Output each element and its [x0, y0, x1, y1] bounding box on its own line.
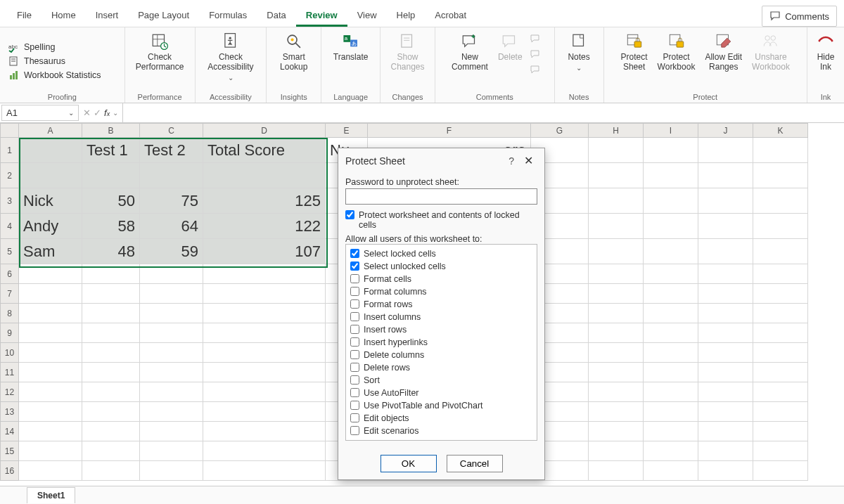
- cell-I13[interactable]: [644, 402, 698, 422]
- cell-A12[interactable]: [19, 382, 82, 402]
- smart-lookup-button[interactable]: Smart Lookup: [277, 30, 310, 74]
- cell-J15[interactable]: [698, 441, 753, 461]
- chevron-down-icon[interactable]: ⌄: [68, 109, 74, 117]
- cell-D13[interactable]: [203, 402, 326, 422]
- perm-checkbox[interactable]: [350, 413, 359, 422]
- tab-help[interactable]: Help: [387, 6, 426, 27]
- perm-insert-rows[interactable]: Insert rows: [350, 323, 532, 336]
- perm-format-columns[interactable]: Format columns: [350, 285, 532, 298]
- cell-C9[interactable]: [140, 323, 203, 343]
- cell-H8[interactable]: [589, 304, 644, 323]
- next-comment-icon[interactable]: [530, 49, 541, 60]
- perm-insert-columns[interactable]: Insert columns: [350, 311, 532, 323]
- tab-data[interactable]: Data: [257, 6, 295, 27]
- cell-B6[interactable]: [82, 264, 140, 284]
- protect-contents-checkbox[interactable]: Protect worksheet and contents of locked…: [345, 209, 537, 231]
- cell-A3[interactable]: Nick: [19, 188, 82, 214]
- protect-sheet-button[interactable]: Protect Sheet: [618, 30, 651, 74]
- perm-delete-columns[interactable]: Delete columns: [350, 349, 532, 361]
- cell-A5[interactable]: Sam: [19, 239, 82, 264]
- cell-B1[interactable]: Test 1: [82, 138, 140, 163]
- cell-C15[interactable]: [140, 441, 203, 461]
- hide-ink-button[interactable]: Hide Ink: [813, 30, 838, 74]
- cell-C8[interactable]: [140, 304, 203, 323]
- cell-I9[interactable]: [644, 323, 698, 343]
- cell-D7[interactable]: [203, 284, 326, 304]
- dialog-close-button[interactable]: ✕: [520, 154, 537, 167]
- cell-K9[interactable]: [753, 323, 808, 343]
- cell-K2[interactable]: [753, 163, 808, 188]
- tab-acrobat[interactable]: Acrobat: [425, 6, 476, 27]
- name-box[interactable]: A1 ⌄: [1, 105, 79, 121]
- cell-H4[interactable]: [589, 214, 644, 239]
- dialog-help-button[interactable]: ?: [503, 155, 520, 167]
- cell-A10[interactable]: [19, 343, 82, 363]
- cell-C4[interactable]: 64: [140, 214, 203, 239]
- perm-checkbox[interactable]: [350, 337, 359, 347]
- cell-C13[interactable]: [140, 402, 203, 422]
- cell-K1[interactable]: [753, 138, 808, 163]
- cell-A8[interactable]: [19, 304, 82, 323]
- cell-C1[interactable]: Test 2: [140, 138, 203, 163]
- cell-C2[interactable]: [140, 163, 203, 188]
- cell-D14[interactable]: [203, 422, 326, 441]
- cell-K8[interactable]: [753, 304, 808, 323]
- cell-D16[interactable]: [203, 461, 326, 481]
- sheet-tab[interactable]: Sheet1: [27, 487, 75, 503]
- perm-checkbox[interactable]: [350, 363, 359, 372]
- cell-A9[interactable]: [19, 323, 82, 343]
- cell-B13[interactable]: [82, 402, 140, 422]
- notes-button[interactable]: Notes ⌄: [565, 30, 592, 73]
- tab-review[interactable]: Review: [296, 6, 347, 27]
- cell-H6[interactable]: [589, 264, 644, 284]
- cell-B14[interactable]: [82, 422, 140, 441]
- perm-sort[interactable]: Sort: [350, 374, 532, 387]
- cell-D11[interactable]: [203, 363, 326, 382]
- perm-select-unlocked-cells[interactable]: Select unlocked cells: [350, 260, 532, 273]
- perm-checkbox[interactable]: [350, 350, 359, 359]
- cell-I12[interactable]: [644, 382, 698, 402]
- tab-home[interactable]: Home: [41, 6, 86, 27]
- cell-I14[interactable]: [644, 422, 698, 441]
- cell-B9[interactable]: [82, 323, 140, 343]
- cell-A16[interactable]: [19, 461, 82, 481]
- cell-K5[interactable]: [753, 239, 808, 264]
- cell-J6[interactable]: [698, 264, 753, 284]
- perm-format-cells[interactable]: Format cells: [350, 273, 532, 285]
- cell-I10[interactable]: [644, 343, 698, 363]
- cell-C10[interactable]: [140, 343, 203, 363]
- cell-D2[interactable]: [203, 163, 326, 188]
- cell-A15[interactable]: [19, 441, 82, 461]
- permissions-list[interactable]: Select locked cellsSelect unlocked cells…: [345, 244, 537, 441]
- cell-H9[interactable]: [589, 323, 644, 343]
- perm-select-locked-cells[interactable]: Select locked cells: [350, 247, 532, 260]
- translate-button[interactable]: aあ Translate: [331, 30, 371, 64]
- cell-B3[interactable]: 50: [82, 188, 140, 214]
- cell-B5[interactable]: 48: [82, 239, 140, 264]
- cell-H10[interactable]: [589, 343, 644, 363]
- cell-A11[interactable]: [19, 363, 82, 382]
- perm-insert-hyperlinks[interactable]: Insert hyperlinks: [350, 336, 532, 349]
- cell-C12[interactable]: [140, 382, 203, 402]
- cell-D8[interactable]: [203, 304, 326, 323]
- cell-J3[interactable]: [698, 188, 753, 214]
- cell-D9[interactable]: [203, 323, 326, 343]
- cell-B12[interactable]: [82, 382, 140, 402]
- cell-K10[interactable]: [753, 343, 808, 363]
- formula-input[interactable]: [123, 111, 844, 115]
- cell-D10[interactable]: [203, 343, 326, 363]
- cell-J13[interactable]: [698, 402, 753, 422]
- cell-D1[interactable]: Total Score: [203, 138, 326, 163]
- cell-C16[interactable]: [140, 461, 203, 481]
- cell-A2[interactable]: [19, 163, 82, 188]
- cell-H5[interactable]: [589, 239, 644, 264]
- new-comment-button[interactable]: New Comment: [449, 30, 491, 74]
- cell-C5[interactable]: 59: [140, 239, 203, 264]
- tab-view[interactable]: View: [347, 6, 387, 27]
- perm-checkbox[interactable]: [350, 375, 359, 385]
- perm-checkbox[interactable]: [350, 401, 359, 410]
- cell-K13[interactable]: [753, 402, 808, 422]
- show-comments-icon[interactable]: [530, 64, 541, 75]
- cell-I3[interactable]: [644, 188, 698, 214]
- cell-H14[interactable]: [589, 422, 644, 441]
